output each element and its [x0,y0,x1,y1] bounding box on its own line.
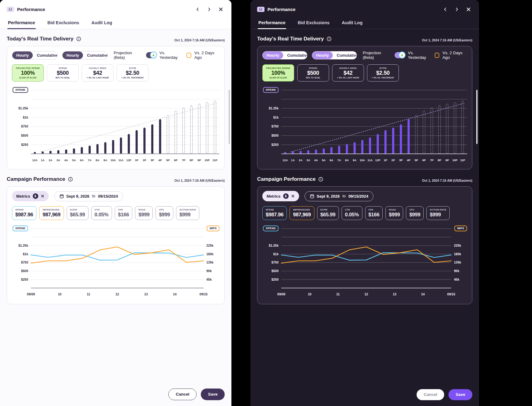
campaign-metric-card[interactable]: CPC $999 [406,206,424,220]
info-icon[interactable] [68,177,73,182]
granularity-toggle-2: HourlyCumulative [312,51,357,59]
remove-metrics-icon[interactable] [291,194,295,198]
metric-value: $65.99 [70,212,85,218]
close-icon[interactable] [464,5,472,13]
header-actions [441,5,472,13]
metrics-filter-pill[interactable]: Metrics 8 [12,191,49,201]
tab[interactable]: Bid Exclusions [297,18,330,29]
vs-yesterday-toggle[interactable] [395,52,405,58]
svg-text:10: 10 [58,292,62,296]
delivery-metric-cards: PROJECTED SPEND 100% $1,000 OF $1,000 SP… [12,64,219,82]
cancel-button[interactable]: Cancel [417,389,444,400]
campaign-chart-area: SPEND IMPS $250$500$750$1k$1.25k45k90k13… [262,226,467,299]
save-button[interactable]: Save [201,389,225,400]
metrics-filter-pill[interactable]: Metrics 8 [262,191,299,201]
svg-text:135k: 135k [206,260,214,264]
delivery-metric-card: ECPM $2.50 + 3% VS. YESTERDAY [367,64,399,82]
campaign-metric-card[interactable]: ROAS $999 [135,206,153,220]
tab[interactable]: Performance [7,18,36,29]
next-arrow-icon[interactable] [205,5,213,13]
svg-text:12: 12 [365,292,368,296]
svg-text:135k: 135k [454,260,461,264]
date-range-end: 09/15/2024 [98,194,118,199]
campaign-chart-area: SPEND IMPS $250$500$750$1k$1.25k45k90k13… [12,226,219,299]
campaign-filters: Metrics 8 Sept 9, 2026 to 09/15/2024 [262,191,467,201]
campaign-metric-card[interactable]: ROAS $999 [385,206,403,220]
svg-text:5P: 5P [166,159,170,162]
date-range-picker[interactable]: Sept 9, 2026 to 09/15/2024 [54,191,123,201]
tab[interactable]: Audit Log [91,18,113,29]
segment-option[interactable]: Hourly [263,51,283,59]
campaign-metric-card[interactable]: IMPRESSIONS 987,969 [39,206,64,220]
delivery-metric-card: SPEND $500 50% TO GOAL [297,64,329,82]
campaign-metric-card[interactable]: ECPM $65.99 [317,206,339,220]
metric-label: IMPRESSIONS [293,208,311,211]
spend-chip[interactable]: SPEND [13,87,28,93]
campaign-metric-card[interactable]: ACTION RATE $999 [426,206,450,220]
spend-axis-chip[interactable]: SPEND [263,226,279,231]
scrollbar[interactable] [229,90,230,144]
segment-option[interactable]: Cumulative [283,51,307,59]
campaign-metric-card[interactable]: CPA $166 [115,206,133,220]
prev-arrow-icon[interactable] [441,5,449,13]
campaign-section-title: Campaign Performance [257,176,316,182]
svg-text:10P: 10P [452,159,458,162]
svg-text:12A: 12A [283,159,288,162]
segment-option[interactable]: Hourly [312,51,333,59]
spend-chip[interactable]: SPEND [263,87,279,93]
segment-option[interactable]: Hourly [12,51,33,59]
svg-text:$500: $500 [21,134,28,137]
vs-2days-checkbox[interactable] [435,53,439,58]
delivery-metric-cards: PROJECTED SPEND 100% $1,000 OF $1,000 SP… [262,64,467,82]
segment-option[interactable]: Hourly [62,51,83,59]
svg-text:8P: 8P [438,159,441,162]
metric-label: CTR [95,208,109,211]
tab[interactable]: Bid Exclusions [47,18,80,29]
performance-panel-dark: LI Performance PerformanceBid Exclusions… [250,0,479,406]
svg-text:90k: 90k [206,269,212,273]
campaign-metric-card[interactable]: SPEND $987.96 [262,206,287,220]
campaign-metric-card[interactable]: CTR 0.05% [342,206,362,220]
svg-text:12P: 12P [126,159,132,162]
info-icon[interactable] [76,36,81,41]
metric-value: $999 [159,212,170,218]
beaker-icon [399,51,406,59]
save-button[interactable]: Save [448,389,472,400]
next-arrow-icon[interactable] [453,5,461,13]
svg-text:11P: 11P [460,159,465,162]
date-range-picker[interactable]: Sept 9, 2026 to 09/15/2024 [305,191,374,201]
campaign-metric-card[interactable]: IMPRESSIONS 987,969 [290,206,314,220]
campaign-metric-card[interactable]: SPEND $987.96 [12,206,36,220]
campaign-metric-cards: SPEND $987.96 IMPRESSIONS 987,969 ECPM $… [12,206,219,220]
remove-metrics-icon[interactable] [41,194,44,198]
imps-axis-chip[interactable]: IMPS [454,226,467,231]
vs-yesterday-toggle[interactable] [146,52,156,58]
campaign-metric-card[interactable]: ECPM $65.99 [67,206,88,220]
scrollbar[interactable] [476,90,478,144]
imps-axis-chip[interactable]: IMPS [207,226,219,231]
svg-text:4P: 4P [407,159,410,162]
segment-option[interactable]: Cumulative [333,51,357,59]
segment-option[interactable]: Cumulative [83,51,108,59]
spend-axis-chip[interactable]: SPEND [13,226,28,231]
info-icon[interactable] [318,177,323,182]
segment-option[interactable]: Cumulative [33,51,58,59]
cancel-button[interactable]: Cancel [168,389,197,400]
metric-subtext: + 3% VS. YESTERDAY [372,77,394,79]
tab[interactable]: Audit Log [341,18,363,29]
campaign-metric-card[interactable]: CTR 0.05% [91,206,112,220]
prev-arrow-icon[interactable] [193,5,201,13]
delivery-chart-area: SPEND $250$500$750$1k$1.25k12A1A2A3A4A5A… [262,87,467,164]
close-icon[interactable] [217,5,225,13]
svg-text:11A: 11A [118,159,124,162]
vs-2days-checkbox[interactable] [186,53,191,58]
metric-label: PROJECTED SPEND [266,67,290,70]
campaign-metric-card[interactable]: CPC $999 [155,206,173,220]
campaign-metric-card[interactable]: CPA $166 [365,206,383,220]
campaign-metric-card[interactable]: ACTION RATE $999 [176,206,199,220]
svg-text:$1.25k: $1.25k [18,106,28,110]
tab[interactable]: Performance [258,18,286,29]
svg-text:10P: 10P [204,159,210,162]
info-icon[interactable] [327,36,332,41]
metric-value: $65.99 [320,212,335,218]
